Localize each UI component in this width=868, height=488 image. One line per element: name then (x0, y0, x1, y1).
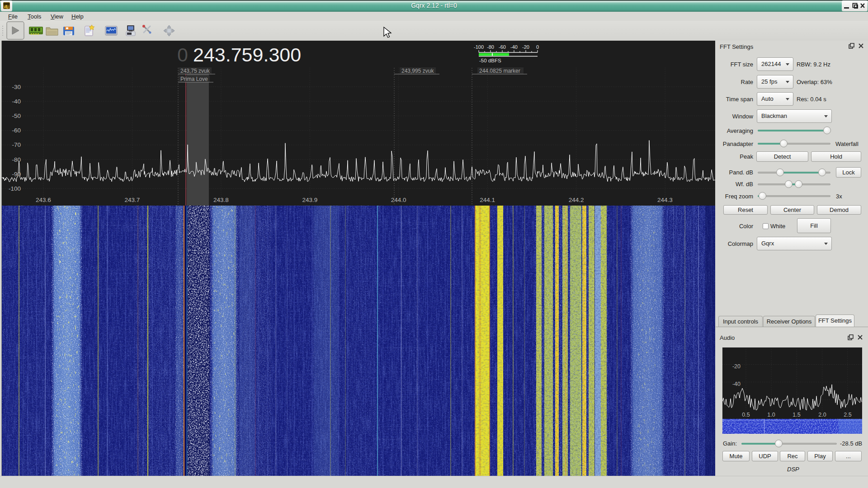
svg-text:-40: -40 (510, 44, 518, 50)
svg-text:243.8: 243.8 (213, 197, 229, 203)
svg-text:-100: -100 (9, 185, 21, 192)
svg-text:-50: -50 (12, 113, 21, 119)
svg-text:-80: -80 (12, 156, 21, 163)
svg-text:-20: -20 (522, 44, 529, 50)
svg-text:-60: -60 (499, 44, 506, 50)
svg-text:0: 0 (536, 44, 539, 50)
svg-text:2.0: 2.0 (818, 412, 826, 418)
svg-text:243.9: 243.9 (302, 197, 317, 203)
svg-text:243,75 zvuk: 243,75 zvuk (180, 68, 210, 74)
svg-text:1.0: 1.0 (767, 412, 775, 418)
svg-text:-100: -100 (474, 44, 484, 50)
svg-text:-20: -20 (732, 363, 741, 370)
svg-text:0: 0 (177, 44, 188, 66)
svg-text:-40: -40 (732, 381, 741, 387)
svg-text:-30: -30 (12, 84, 21, 90)
svg-text:243.759.300: 243.759.300 (193, 44, 301, 66)
svg-text:Prima Love: Prima Love (180, 76, 208, 82)
svg-text:244.0: 244.0 (391, 197, 406, 203)
svg-text:-90: -90 (12, 171, 21, 178)
svg-text:244.0825 marker: 244.0825 marker (479, 68, 520, 74)
svg-text:244.3: 244.3 (657, 197, 673, 203)
svg-text:243.7: 243.7 (125, 197, 140, 203)
svg-text:-80: -80 (487, 44, 494, 50)
svg-text:0.5: 0.5 (742, 412, 750, 418)
svg-text:-70: -70 (12, 141, 21, 148)
svg-text:-40: -40 (12, 98, 21, 105)
svg-text:-60: -60 (12, 127, 21, 134)
svg-text:2.5: 2.5 (844, 412, 851, 418)
svg-text:1.5: 1.5 (793, 412, 800, 418)
svg-text:243.6: 243.6 (36, 197, 51, 203)
svg-text:244.2: 244.2 (569, 197, 584, 203)
svg-text:244.1: 244.1 (480, 197, 495, 203)
svg-text:243,995 zvuk: 243,995 zvuk (401, 68, 434, 74)
svg-text:-50 dBFS: -50 dBFS (479, 58, 501, 63)
